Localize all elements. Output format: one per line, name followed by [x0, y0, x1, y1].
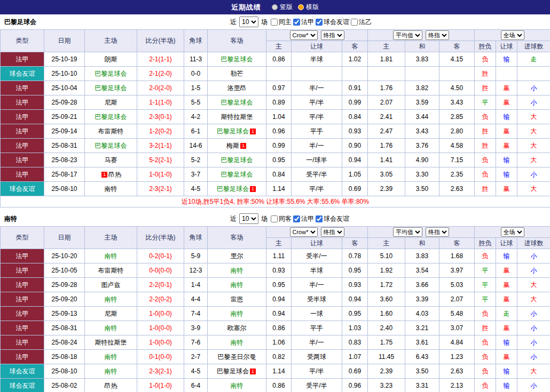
date-cell: 25-08-17	[44, 167, 85, 182]
bookmaker-select[interactable]: Crow*	[290, 227, 318, 237]
league-cell: 法甲	[1, 52, 44, 67]
filter-checkbox[interactable]	[316, 215, 323, 222]
match-row: 法甲25-09-20南特2-2(0-2)4-4雷恩0.94受半球0.943.60…	[1, 292, 550, 307]
result-outcome-cell: 负	[475, 364, 496, 379]
radio-vertical-dot-icon	[272, 4, 278, 10]
sections-container: 巴黎足球会近10场同主法甲球会友谊法乙类型日期主场比分(半场)角球客场Crow*…	[0, 14, 550, 392]
league-label: 球会友谊	[10, 70, 35, 77]
avg-draw-cell: 3.54	[405, 263, 439, 278]
radio-vertical-layout[interactable]: 竖版	[272, 3, 293, 12]
avg-away-cell: 4.50	[439, 81, 475, 95]
avg-draw-cell: 3.61	[405, 335, 439, 350]
result-outcome-cell: 胜	[475, 139, 496, 153]
odds-time-select[interactable]: 终指	[321, 227, 344, 237]
match-row: 法甲25-08-171昂热1-0(1-0)3-7巴黎足球会0.84受平/半1.0…	[1, 167, 550, 182]
column-subheader: 和	[405, 41, 439, 52]
scope-select[interactable]: 全场	[501, 227, 524, 237]
filter-option[interactable]: 法甲	[293, 18, 314, 27]
filter-checkbox[interactable]	[351, 19, 358, 26]
away-team-cell: 斯特拉斯堡	[208, 110, 266, 124]
home-team-cell: 尼斯	[85, 95, 137, 110]
team-name-text: 南特	[231, 382, 243, 389]
away-team-cell: 雷恩	[208, 292, 266, 307]
result-handicap-cell: 走	[496, 307, 517, 321]
league-label: 法甲	[16, 267, 29, 274]
filter-option[interactable]: 同主	[271, 18, 292, 27]
scope-select[interactable]: 全场	[501, 30, 524, 40]
odds-home-cell: 0.97	[266, 81, 292, 95]
avg-away-cell: 4.84	[439, 335, 475, 350]
column-header: 比分(半场)	[137, 30, 184, 52]
score-cell: 1-0(1-0)	[137, 167, 184, 182]
average-time-select[interactable]: 终指	[426, 227, 449, 237]
filter-option-label: 球会友谊	[324, 18, 349, 27]
column-subheader: 主	[368, 238, 405, 249]
handicap-line-cell: 平手	[292, 321, 342, 335]
result-outcome-cell: 胜	[475, 321, 496, 335]
away-team-cell: 南特	[208, 278, 266, 292]
average-select[interactable]: 平均值	[393, 227, 422, 237]
league-label: 法甲	[16, 353, 29, 361]
filter-option[interactable]: 球会友谊	[316, 214, 349, 223]
filter-option[interactable]: 球会友谊	[316, 18, 349, 27]
odds-source-header: Crow*终指	[266, 30, 368, 41]
league-cell: 法甲	[1, 350, 44, 364]
away-team-cell: 巴黎足球会1	[208, 124, 266, 139]
filter-checkbox[interactable]	[293, 19, 300, 26]
avg-home-cell: 3.05	[368, 167, 405, 182]
result-outcome-cell: 负	[475, 350, 496, 364]
result-goals-cell: 小	[517, 249, 550, 263]
filter-checkbox[interactable]	[316, 19, 323, 26]
title-bar: 近期战绩 竖版 横版	[0, 0, 550, 14]
score-cell: 1-0(1-0)	[137, 379, 184, 392]
odds-home-cell: 0.86	[266, 379, 292, 392]
filter-checkbox[interactable]	[271, 215, 278, 222]
match-row: 法甲25-09-21巴黎足球会2-3(0-1)4-2斯特拉斯堡1.04平/半0.…	[1, 110, 550, 124]
match-count-select[interactable]: 10	[239, 17, 258, 27]
result-handicap-cell: 输	[496, 167, 517, 182]
score-cell: 2-3(2-1)	[137, 182, 184, 196]
filter-matches-label: 场	[261, 18, 268, 27]
bookmaker-select[interactable]: Crow*	[290, 30, 318, 40]
date-cell: 25-10-19	[44, 52, 85, 67]
filter-checkbox[interactable]	[271, 19, 278, 26]
filter-checkbox[interactable]	[293, 215, 300, 222]
column-header: 主场	[85, 227, 137, 249]
league-label: 法甲	[16, 252, 29, 260]
odds-home-cell: 0.82	[266, 350, 292, 364]
odds-away-cell	[342, 67, 368, 81]
result-handicap-cell: 赢	[496, 278, 517, 292]
match-count-select[interactable]: 10	[239, 213, 258, 224]
avg-away-cell: 2.13	[439, 379, 475, 392]
odds-time-select[interactable]: 终指	[321, 30, 344, 40]
result-goals-cell: 小	[517, 350, 550, 364]
date-cell: 25-10-04	[44, 81, 85, 95]
avg-draw-cell: 3.66	[405, 278, 439, 292]
radio-horizontal-layout[interactable]: 横版	[298, 3, 319, 12]
league-label: 法甲	[16, 310, 29, 317]
away-team-cell: 洛里昂	[208, 81, 266, 95]
filter-option[interactable]: 同客	[271, 214, 292, 223]
column-header: 比分(半场)	[137, 227, 184, 249]
column-subheader: 胜负	[475, 41, 496, 52]
average-select[interactable]: 平均值	[393, 30, 422, 40]
team-name-text: 梅斯	[226, 142, 239, 149]
handicap-line-cell: 受平/半	[292, 167, 342, 182]
avg-away-cell: 3.97	[439, 263, 475, 278]
filter-option[interactable]: 法乙	[351, 18, 372, 27]
league-cell: 球会友谊	[1, 182, 44, 196]
odds-away-cell: 0.96	[342, 379, 368, 392]
home-team-cell: 南特	[85, 350, 137, 364]
avg-draw-cell: 3.50	[405, 364, 439, 379]
column-subheader: 让球	[292, 41, 342, 52]
odds-source-header: Crow*终指	[266, 227, 368, 238]
column-subheader: 进球数	[517, 41, 550, 52]
corners-cell: 7-6	[184, 335, 208, 350]
home-team-cell: 巴黎足球会	[85, 110, 137, 124]
average-time-select[interactable]: 终指	[426, 30, 449, 40]
result-goals-cell: 大	[517, 292, 550, 307]
corners-cell: 7-4	[184, 307, 208, 321]
odds-away-cell: 0.95	[342, 307, 368, 321]
filter-option[interactable]: 法甲	[293, 214, 314, 223]
odds-home-cell: 1.14	[266, 364, 292, 379]
